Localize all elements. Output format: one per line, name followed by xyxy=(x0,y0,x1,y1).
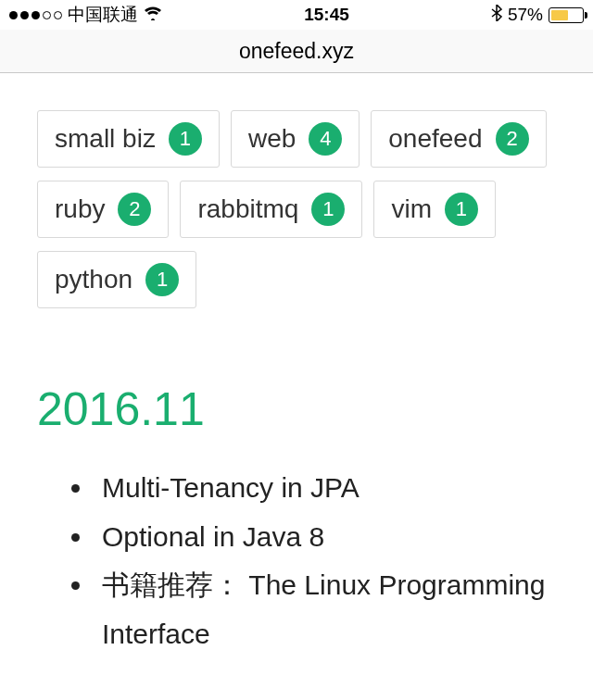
tag-count-badge: 4 xyxy=(309,122,342,156)
post-link[interactable]: 书籍推荐： The Linux Programming Interface xyxy=(95,561,556,658)
tag-web[interactable]: web 4 xyxy=(231,110,360,168)
tag-small-biz[interactable]: small biz 1 xyxy=(37,110,220,168)
url-text: onefeed.xyz xyxy=(239,39,354,64)
tag-count-badge: 1 xyxy=(445,193,478,226)
post-list: Multi-Tenancy in JPA Optional in Java 8 … xyxy=(37,464,556,658)
status-right: 57% xyxy=(491,5,584,26)
wifi-icon xyxy=(144,5,162,25)
status-left: 中国联通 xyxy=(9,3,162,27)
tag-label: vim xyxy=(391,194,432,224)
carrier-label: 中国联通 xyxy=(68,3,138,27)
tag-count-badge: 1 xyxy=(145,263,179,296)
tag-ruby[interactable]: ruby 2 xyxy=(37,181,169,238)
tag-label: ruby xyxy=(55,194,105,224)
status-bar: 中国联通 15:45 57% xyxy=(0,0,593,30)
tag-count-badge: 2 xyxy=(118,193,151,226)
signal-strength-icon xyxy=(9,11,62,19)
tag-label: web xyxy=(248,124,296,154)
battery-fill xyxy=(551,10,568,20)
tag-rabbitmq[interactable]: rabbitmq 1 xyxy=(180,181,362,238)
battery-pct: 57% xyxy=(508,5,543,25)
tag-onefeed[interactable]: onefeed 2 xyxy=(371,110,546,168)
clock: 15:45 xyxy=(304,5,349,25)
tag-list: small biz 1 web 4 onefeed 2 ruby 2 rabbi… xyxy=(37,110,556,308)
tag-count-badge: 1 xyxy=(169,122,202,156)
tag-vim[interactable]: vim 1 xyxy=(373,181,496,238)
tag-label: rabbitmq xyxy=(197,194,298,224)
tag-python[interactable]: python 1 xyxy=(37,251,196,308)
page-content: small biz 1 web 4 onefeed 2 ruby 2 rabbi… xyxy=(0,73,593,658)
bluetooth-icon xyxy=(491,5,502,26)
tag-label: onefeed xyxy=(388,124,482,154)
tag-label: small biz xyxy=(55,124,156,154)
post-link[interactable]: Multi-Tenancy in JPA xyxy=(95,464,556,513)
tag-label: python xyxy=(55,265,132,294)
tag-count-badge: 2 xyxy=(496,122,529,156)
tag-count-badge: 1 xyxy=(311,193,345,226)
battery-icon xyxy=(549,7,584,23)
address-bar[interactable]: onefeed.xyz xyxy=(0,30,593,73)
post-link[interactable]: Optional in Java 8 xyxy=(95,513,556,562)
archive-month-heading: 2016.11 xyxy=(37,382,556,436)
